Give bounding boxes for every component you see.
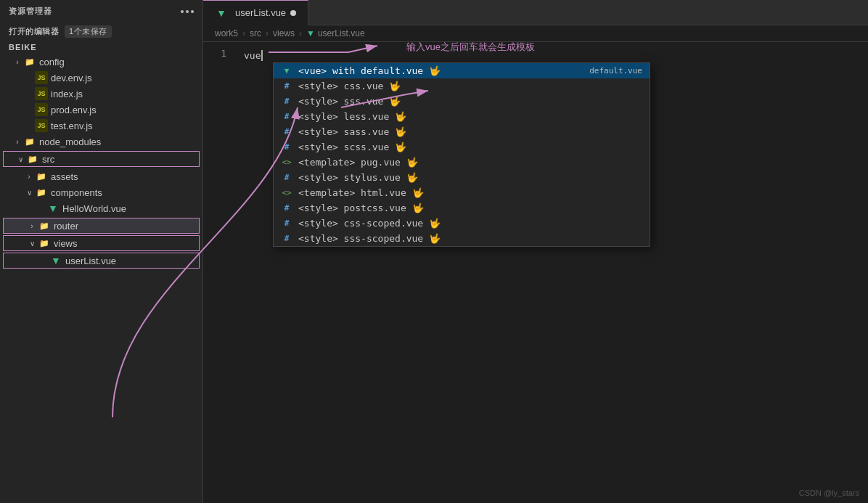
autocomplete-item-10[interactable]: # <style> css-scoped.vue 🤟 [274,216,650,231]
autocomplete-item-9[interactable]: # <style> postcss.vue 🤟 [274,200,650,216]
sidebar-header: 资源管理器 [0,0,202,23]
unsaved-dot [290,10,296,16]
ac-hash-icon: # [281,127,292,136]
autocomplete-item-5[interactable]: # <style> scss.vue 🤟 [274,139,650,155]
tree-item-dev-env[interactable]: JS dev.env.js [0,70,202,86]
tree-item-router[interactable]: › 📁 router [3,218,200,234]
breadcrumb-work5: work5 [215,28,238,38]
folder-icon: 📁 [35,186,48,199]
spacer [23,120,35,131]
folder-icon: 📁 [38,219,51,232]
autocomplete-item-0[interactable]: ▼ <vue> with default.vue 🤟 default.vue [274,63,650,78]
breadcrumb-vue-icon: ▼ [306,28,315,38]
sidebar-more-button[interactable] [181,10,194,13]
autocomplete-item-6[interactable]: <> <template> pug.vue 🤟 [274,155,650,170]
autocomplete-item-3[interactable]: # <style> less.vue 🤟 [274,109,650,124]
ac-hash-icon: # [281,81,292,91]
sidebar: 资源管理器 打开的编辑器 1个未保存 BEIKE › 📁 config JS d… [0,0,203,503]
code-line-1: vue [244,48,868,62]
line-number-1: 1 [203,48,226,59]
tree-label: config [39,57,65,68]
tree-item-prod-env[interactable]: JS prod.env.js [0,102,202,118]
ac-label-9: <style> postcss.vue 🤟 [298,203,642,213]
chevron-icon: › [12,136,23,147]
ac-hash-icon: # [281,234,292,243]
folder-icon: 📁 [23,55,36,68]
autocomplete-item-4[interactable]: # <style> sass.vue 🤟 [274,124,650,139]
autocomplete-item-7[interactable]: # <style> stylus.vue 🤟 [274,170,650,185]
tree-item-test-env[interactable]: JS test.env.js [0,118,202,134]
ac-label-11: <style> sss-scoped.vue 🤟 [298,233,642,244]
chevron-icon: ∨ [23,187,35,198]
ac-label-1: <style> css.vue 🤟 [298,81,642,91]
vue-icon: ▼ [49,254,62,267]
tree-label: prod.env.js [51,105,97,115]
ac-hash-icon: # [281,173,292,182]
tree-label: src [42,154,54,165]
tree-item-node-modules[interactable]: › 📁 node_modules [0,134,202,150]
tree-label: router [54,221,78,232]
ac-label-2: <style> sss.vue 🤟 [298,96,642,107]
folder-icon: 📁 [23,135,36,148]
spacer [23,104,35,115]
tree-item-assets[interactable]: › 📁 assets [0,168,202,184]
ac-angle-icon: <> [281,158,292,167]
watermark: CSDN @ly_stars [799,488,859,497]
tree-item-components[interactable]: ∨ 📁 components [0,184,202,200]
tree-item-views[interactable]: ∨ 📁 views [3,235,200,251]
tree-item-src[interactable]: ∨ 📁 src [3,151,200,167]
editor-content[interactable]: 1 vue [203,42,868,503]
tree-label: node_modules [39,136,101,147]
editor-area: ▼ userList.vue work5 › src › views › ▼ u… [203,0,868,503]
chevron-icon: ∨ [26,237,38,249]
tree-item-helloworld[interactable]: ▼ HelloWorld.vue [0,200,202,216]
unsaved-badge: 1个未保存 [65,25,112,38]
chevron-icon: ∨ [15,153,26,165]
ac-hash-icon: # [281,97,292,106]
tree-item-index[interactable]: JS index.js [0,86,202,102]
chevron-icon: › [23,171,35,182]
folder-icon: 📁 [38,237,51,250]
ac-hash-icon: # [281,112,292,121]
tab-bar: ▼ userList.vue [203,0,868,25]
chevron-icon: › [12,56,23,68]
autocomplete-item-11[interactable]: # <style> sss-scoped.vue 🤟 [274,231,650,246]
tab-userlist[interactable]: ▼ userList.vue [203,0,308,25]
folder-icon: 📁 [35,170,48,183]
code-text-vue: vue [244,50,261,61]
js-icon: JS [35,87,48,100]
explorer-title: 资源管理器 [9,6,52,17]
vue-icon: ▼ [46,202,60,215]
code-area[interactable]: vue 输入vue之后回车就会生成模板 [232,42,868,503]
ac-label-0: <vue> with default.vue 🤟 [298,65,584,76]
tree-root-beike[interactable]: BEIKE [0,41,202,54]
ac-label-3: <style> less.vue 🤟 [298,111,642,122]
breadcrumb: work5 › src › views › ▼ userList.vue [203,25,868,42]
ac-angle-icon: <> [281,188,292,197]
breadcrumb-views: views [273,28,295,38]
open-editors-section: 打开的编辑器 1个未保存 [0,23,202,41]
spacer [35,203,46,214]
tree-label: assets [51,171,78,182]
ac-label-4: <style> sass.vue 🤟 [298,126,642,137]
autocomplete-item-8[interactable]: <> <template> html.vue 🤟 [274,185,650,200]
tree-label: views [54,238,78,249]
autocomplete-item-2[interactable]: # <style> sss.vue 🤟 [274,94,650,109]
tree-item-config[interactable]: › 📁 config [0,54,202,70]
chevron-icon: › [26,220,38,232]
autocomplete-item-1[interactable]: # <style> css.vue 🤟 [274,78,650,94]
cursor [261,50,263,61]
file-tree: BEIKE › 📁 config JS dev.env.js JS index.… [0,41,202,503]
ac-vue-icon: ▼ [281,66,292,75]
ac-label-7: <style> stylus.vue 🤟 [298,172,642,183]
ac-hash-icon: # [281,142,292,152]
spacer [23,72,35,83]
open-editors-label: 打开的编辑器 [9,26,59,37]
spacer [38,255,49,266]
ac-hash-icon: # [281,203,292,213]
js-icon: JS [35,119,48,132]
tree-item-userlist[interactable]: ▼ userList.vue [3,253,200,269]
ac-label-5: <style> scss.vue 🤟 [298,142,642,152]
autocomplete-dropdown[interactable]: ▼ <vue> with default.vue 🤟 default.vue #… [273,62,650,247]
tree-label: HelloWorld.vue [62,203,126,214]
